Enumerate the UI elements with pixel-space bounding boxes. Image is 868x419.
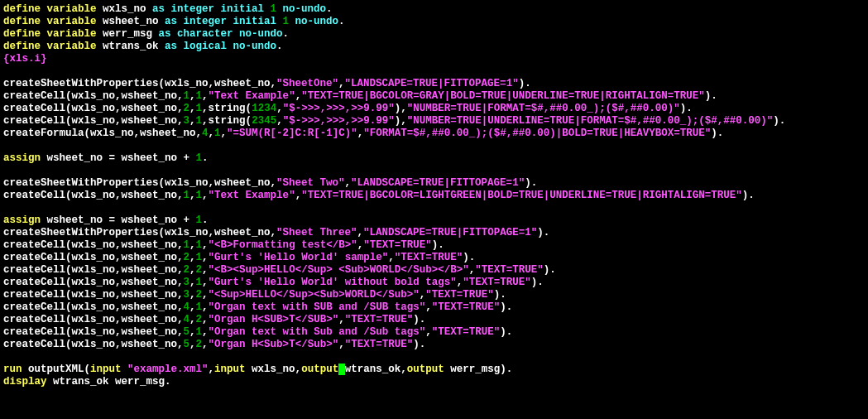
code-line: createFormula(wxls_no,wsheet_no,4,1,"=SU… <box>3 128 723 139</box>
code-line: createCell(wxls_no,wsheet_no,1,1,"Text E… <box>3 90 717 102</box>
code-line: createCell(wxls_no,wsheet_no,2,2,"<B><Su… <box>3 264 556 276</box>
code-line: display wtrans_ok werr_msg. <box>3 376 171 388</box>
code-line: define variable werr_msg as character no… <box>3 28 289 40</box>
code-line: createCell(wxls_no,wsheet_no,4,2,"Organ … <box>3 314 425 325</box>
code-line: assign wsheet_no = wsheet_no + 1. <box>3 214 209 226</box>
code-line: assign wsheet_no = wsheet_no + 1. <box>3 152 209 164</box>
code-line: run outputXML(input "example.xml",input … <box>3 364 512 375</box>
code-line: createCell(wxls_no,wsheet_no,1,1,"Text E… <box>3 190 755 201</box>
code-line: createCell(wxls_no,wsheet_no,2,1,"Gurt's… <box>3 252 475 263</box>
editor-view[interactable]: define variable wxls_no as integer initi… <box>0 0 868 392</box>
code-line: createCell(wxls_no,wsheet_no,1,1,"<B>For… <box>3 239 444 251</box>
code-line: define variable wxls_no as integer initi… <box>3 3 333 15</box>
code-line: createCell(wxls_no,wsheet_no,3,1,string(… <box>3 115 785 127</box>
code-line: define variable wsheet_no as integer ini… <box>3 16 345 27</box>
code-line: createSheetWithProperties(wxls_no,wsheet… <box>3 227 549 238</box>
code-line: createCell(wxls_no,wsheet_no,3,1,"Gurt's… <box>3 277 544 288</box>
text-cursor <box>338 364 345 375</box>
code-line: createCell(wxls_no,wsheet_no,2,1,string(… <box>3 103 693 114</box>
code-line: createCell(wxls_no,wsheet_no,5,2,"Organ … <box>3 339 425 350</box>
code-line: createSheetWithProperties(wxls_no,wsheet… <box>3 78 531 89</box>
code-line: createCell(wxls_no,wsheet_no,4,1,"Organ … <box>3 301 512 313</box>
code-line: define variable wtrans_ok as logical no-… <box>3 41 283 52</box>
code-line: createCell(wxls_no,wsheet_no,3,2,"<Sup>H… <box>3 289 506 301</box>
code-line: createSheetWithProperties(wxls_no,wsheet… <box>3 177 537 189</box>
code-line: createCell(wxls_no,wsheet_no,5,1,"Organ … <box>3 326 512 338</box>
code-line: {xls.i} <box>3 53 47 65</box>
